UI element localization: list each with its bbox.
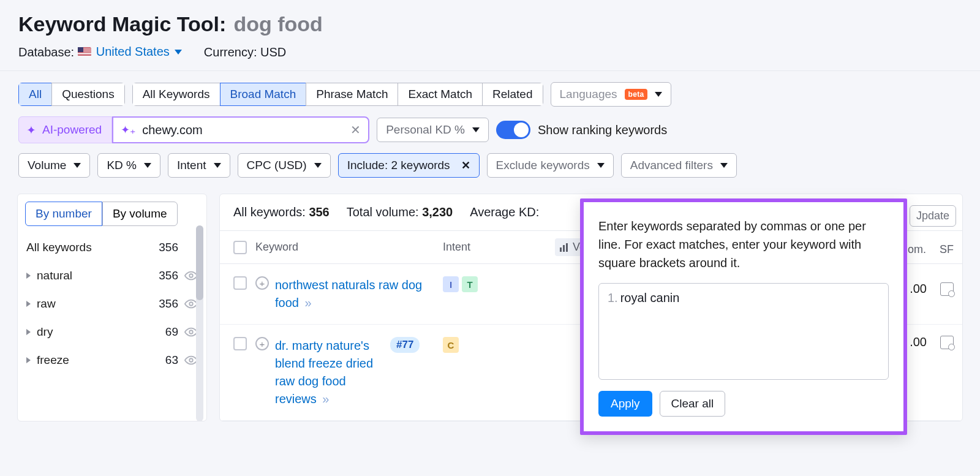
page-title: Keyword Magic Tool: xyxy=(18,12,226,36)
popup-instructions: Enter keywords separated by commas or on… xyxy=(598,217,889,272)
chevron-down-icon xyxy=(314,163,322,168)
sidebar-scrollbar[interactable] xyxy=(196,225,203,421)
select-all-checkbox[interactable] xyxy=(233,241,247,254)
intent-pill-informational: I xyxy=(443,276,459,292)
sidebar-item-dry[interactable]: dry 69 xyxy=(18,318,206,346)
clear-all-button[interactable]: Clear all xyxy=(660,391,726,417)
chevron-right-icon xyxy=(26,329,31,335)
chevron-down-icon xyxy=(144,163,151,168)
kd-filter[interactable]: KD % xyxy=(97,153,160,178)
chevron-down-icon xyxy=(74,163,81,168)
sidebar: By number By volume All keywords 356 nat… xyxy=(17,194,207,421)
exclude-keywords-filter[interactable]: Exclude keywords xyxy=(487,153,614,178)
chevron-right-icon xyxy=(26,301,31,307)
include-keywords-filter[interactable]: Include: 2 keywords✕ xyxy=(338,153,480,178)
chevron-down-icon xyxy=(655,92,662,97)
languages-selector[interactable]: Languages beta xyxy=(551,82,672,107)
col-intent[interactable]: Intent xyxy=(443,241,498,254)
intent-pill-transactional: T xyxy=(462,276,478,292)
sidebar-tab-by-volume[interactable]: By volume xyxy=(102,202,178,226)
keyword-link[interactable]: dr. marty nature's blend freeze dried ra… xyxy=(275,337,379,408)
summary-avg-kd-label: Average KD: xyxy=(470,205,539,219)
keyword-link[interactable]: northwest naturals raw dog food » xyxy=(275,278,422,309)
row-checkbox[interactable] xyxy=(233,276,247,290)
rank-badge: #77 xyxy=(390,337,420,353)
sidebar-item-raw[interactable]: raw 356 xyxy=(18,290,206,318)
serp-preview-icon[interactable] xyxy=(940,282,954,296)
chevron-right-double-icon[interactable]: » xyxy=(322,392,329,406)
database-label: Database: xyxy=(18,45,74,59)
sidebar-item-freeze[interactable]: freeze 63 xyxy=(18,346,206,374)
chevron-down-icon xyxy=(175,50,182,55)
apply-button[interactable]: Apply xyxy=(598,391,652,417)
intent-filter[interactable]: Intent xyxy=(168,153,230,178)
flag-us-icon xyxy=(78,47,91,56)
database-selector[interactable]: United States xyxy=(96,45,182,59)
chevron-right-icon xyxy=(26,357,31,363)
sparkle-icon: ✦₊ xyxy=(121,123,136,137)
intent-pill-commercial: C xyxy=(443,337,459,353)
serp-preview-icon[interactable] xyxy=(940,336,954,349)
match-type-group: All Keywords Broad Match Phrase Match Ex… xyxy=(132,83,543,106)
languages-label: Languages xyxy=(560,88,617,101)
show-ranking-toggle[interactable] xyxy=(496,121,530,139)
tab-exact-match[interactable]: Exact Match xyxy=(398,83,483,106)
col-keyword[interactable]: Keyword xyxy=(247,241,443,254)
personal-kd-filter[interactable]: Personal KD % xyxy=(377,118,489,142)
advanced-filters[interactable]: Advanced filters xyxy=(621,153,737,178)
sidebar-all-keywords[interactable]: All keywords 356 xyxy=(18,233,206,262)
clear-domain-button[interactable]: ✕ xyxy=(350,123,361,137)
tab-related[interactable]: Related xyxy=(482,83,543,106)
tab-broad-match[interactable]: Broad Match xyxy=(220,83,307,106)
add-keyword-button[interactable]: + xyxy=(255,337,269,350)
page-query: dog food xyxy=(233,12,322,36)
chevron-down-icon xyxy=(214,163,221,168)
exclude-keywords-popup: Enter keywords separated by commas or on… xyxy=(580,198,907,435)
line-number: 1. xyxy=(608,291,618,304)
svg-point-2 xyxy=(189,330,193,334)
com-cell: .00 xyxy=(910,335,927,349)
svg-point-1 xyxy=(189,302,193,306)
ai-powered-chip: ✦ AI-powered xyxy=(18,116,112,143)
tab-all[interactable]: All xyxy=(18,83,52,106)
svg-point-3 xyxy=(189,358,193,362)
database-country: United States xyxy=(96,45,170,59)
tab-questions[interactable]: Questions xyxy=(51,83,125,106)
summary-total-volume: 3,230 xyxy=(422,205,453,219)
clear-include-button[interactable]: ✕ xyxy=(461,159,470,172)
sparkle-icon: ✦ xyxy=(26,123,36,137)
chevron-down-icon xyxy=(597,163,605,168)
domain-input-wrap: ✦₊ ✕ xyxy=(112,116,369,143)
row-checkbox[interactable] xyxy=(233,337,247,350)
add-keyword-button[interactable]: + xyxy=(255,276,269,290)
tab-phrase-match[interactable]: Phrase Match xyxy=(306,83,398,106)
questions-toggle-group: All Questions xyxy=(18,83,125,106)
col-sf[interactable]: SF xyxy=(940,243,954,256)
currency-label: Currency: xyxy=(204,45,257,59)
tab-all-keywords[interactable]: All Keywords xyxy=(132,83,221,106)
domain-input[interactable] xyxy=(142,123,344,137)
chevron-down-icon xyxy=(472,127,480,132)
chevron-down-icon xyxy=(720,163,728,168)
col-com[interactable]: om. xyxy=(908,243,926,256)
svg-point-0 xyxy=(189,274,193,278)
exclude-keywords-textarea[interactable]: 1.royal canin xyxy=(598,283,889,380)
show-ranking-label: Show ranking keywords xyxy=(538,123,667,137)
beta-badge: beta xyxy=(625,89,648,100)
chevron-right-double-icon[interactable]: » xyxy=(305,296,312,309)
sidebar-item-natural[interactable]: natural 356 xyxy=(18,262,206,290)
sort-desc-icon xyxy=(560,243,568,252)
page-header: Keyword Magic Tool: dog food Database: U… xyxy=(0,0,980,70)
sidebar-tab-by-number[interactable]: By number xyxy=(25,202,102,226)
com-cell: .00 xyxy=(910,282,927,296)
summary-all-keywords: 356 xyxy=(309,205,329,219)
volume-filter[interactable]: Volume xyxy=(18,153,90,178)
cpc-filter[interactable]: CPC (USD) xyxy=(238,153,331,178)
chevron-right-icon xyxy=(26,273,31,279)
currency-value: USD xyxy=(260,45,286,59)
